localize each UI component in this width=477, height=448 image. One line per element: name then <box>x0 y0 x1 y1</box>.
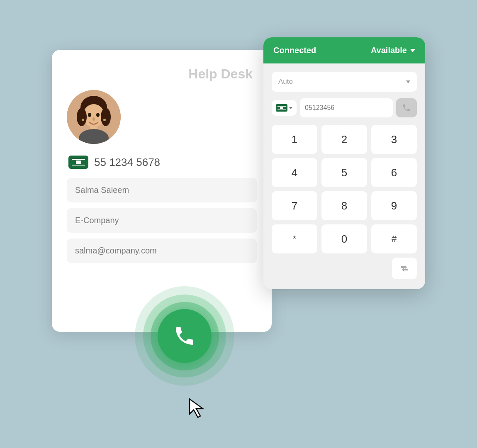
svg-point-10 <box>82 119 84 121</box>
call-button-overlay <box>135 286 234 386</box>
dial-key-6[interactable]: 6 <box>371 158 417 187</box>
dropdown-label: Auto <box>278 78 293 86</box>
svg-point-3 <box>77 108 87 126</box>
svg-marker-12 <box>190 399 203 417</box>
dialer-body: Auto <box>263 63 425 289</box>
dialer-bottom <box>272 258 417 279</box>
availability-label: Available <box>371 46 407 55</box>
availability-selector[interactable]: Available <box>371 46 415 55</box>
flag-select[interactable] <box>272 100 297 116</box>
ripple-inner <box>151 302 219 370</box>
dial-key-8[interactable]: 8 <box>321 191 367 220</box>
dialer-header: Connected Available <box>263 37 425 63</box>
phone-row: 55 1234 5678 <box>67 156 257 169</box>
dial-key-2[interactable]: 2 <box>321 125 367 154</box>
dial-button[interactable] <box>396 98 417 117</box>
phone-number: 55 1234 5678 <box>94 156 160 169</box>
email-field: salma@company.com <box>67 239 257 263</box>
dial-key-9[interactable]: 9 <box>371 191 417 220</box>
svg-point-5 <box>88 113 91 117</box>
dial-key-5[interactable]: 5 <box>321 158 367 187</box>
dial-key-hash[interactable]: # <box>371 224 417 253</box>
dial-key-4[interactable]: 4 <box>272 158 317 187</box>
ripple-outer <box>135 286 234 386</box>
chevron-down-icon <box>410 49 415 52</box>
svg-point-4 <box>101 108 111 126</box>
ripple-mid <box>143 295 226 377</box>
phone-input[interactable] <box>300 98 393 117</box>
dial-key-star[interactable]: * <box>272 224 317 253</box>
svg-point-7 <box>92 117 95 121</box>
name-field: Salma Saleem <box>67 178 257 202</box>
card-title: Help Desk <box>67 66 257 82</box>
company-field: E-Company <box>67 208 257 233</box>
svg-point-6 <box>96 113 100 117</box>
dialer-panel: Connected Available Auto <box>263 37 425 289</box>
dial-key-3[interactable]: 3 <box>371 125 417 154</box>
dial-key-1[interactable]: 1 <box>272 125 317 154</box>
dial-key-0[interactable]: 0 <box>321 224 367 253</box>
phone-input-row <box>272 98 417 117</box>
dropdown-chevron-icon <box>406 80 410 83</box>
dial-key-7[interactable]: 7 <box>272 191 317 220</box>
flag-sm <box>276 104 287 112</box>
call-button[interactable] <box>158 309 212 363</box>
flag-chevron-icon <box>289 107 292 109</box>
avatar <box>67 90 121 144</box>
dialpad: 1 2 3 4 5 6 7 8 9 * 0 # <box>272 125 417 253</box>
svg-point-11 <box>103 119 106 121</box>
connection-status: Connected <box>273 46 316 55</box>
transfer-button[interactable] <box>392 258 417 279</box>
country-flag <box>68 156 88 169</box>
auto-dropdown[interactable]: Auto <box>272 72 417 92</box>
